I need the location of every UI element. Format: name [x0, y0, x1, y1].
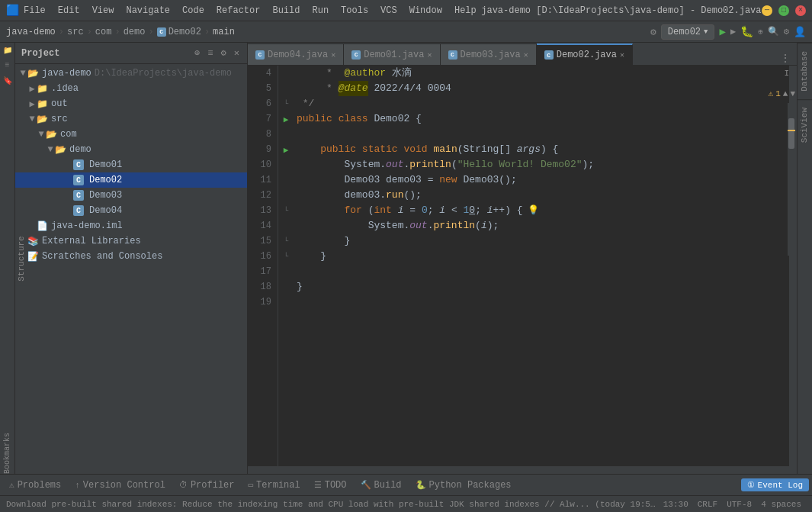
tab-demo01-close[interactable]: ✕ — [427, 50, 432, 60]
problems-tab[interactable]: ⚠ Problems — [3, 476, 67, 494]
tree-item-src[interactable]: ▼ 📂 src — [15, 111, 247, 127]
arrow-up-icon[interactable]: ▲ — [783, 89, 788, 98]
line-num-12: 12 — [248, 188, 271, 203]
menu-vcs[interactable]: VCS — [376, 4, 402, 18]
gutter-empty-10 — [278, 157, 294, 172]
gutter-run-9[interactable]: ▶ — [278, 142, 294, 157]
tab-demo02-close[interactable]: ✕ — [620, 50, 624, 60]
database-tab[interactable]: Database — [798, 43, 812, 99]
gutter-fold-16[interactable]: └ — [278, 249, 294, 264]
code-editor[interactable]: 4 5 6 7 8 9 10 11 12 13 14 15 16 17 18 1… — [248, 66, 789, 466]
tree-label-src: src — [51, 114, 68, 124]
tree-item-idea[interactable]: ▶ 📁 .idea — [15, 81, 247, 96]
run-button[interactable]: ▶ — [719, 25, 725, 38]
build-tab[interactable]: 🔨 Build — [355, 476, 408, 494]
code-content[interactable]: * @author 水滴 * @date 2022/4/4 0004 */ pu… — [294, 66, 789, 466]
menu-help[interactable]: Help — [450, 4, 481, 18]
tab-demo03[interactable]: C Demo03.java ✕ — [441, 43, 537, 65]
close-button[interactable]: × — [795, 5, 806, 16]
nav-demo02[interactable]: C Demo02 — [157, 27, 201, 37]
menu-code[interactable]: Code — [178, 4, 209, 18]
structure-panel-label[interactable]: Structure — [15, 231, 27, 285]
search-icon[interactable]: 🔍 — [768, 26, 779, 37]
encoding-item[interactable]: UTF-8 — [722, 500, 756, 509]
tree-item-scratches[interactable]: ▶ 📝 Scratches and Consoles — [15, 249, 247, 264]
panel-settings-btn[interactable]: ⚙ — [220, 46, 228, 60]
tree-item-demo03[interactable]: ▶ C Demo03 — [15, 188, 247, 203]
hint-bulb-13[interactable]: 💡 — [528, 203, 539, 218]
tree-item-iml[interactable]: ▶ 📄 java-demo.iml — [15, 218, 247, 233]
notifications-icon[interactable]: 👤 — [794, 26, 806, 38]
sp2-9 — [398, 142, 404, 157]
line-num-10: 10 — [248, 157, 271, 172]
nav-com[interactable]: com — [95, 27, 112, 37]
arrow-down-icon[interactable]: ▼ — [790, 89, 795, 98]
project-tool-icon[interactable]: 📁 — [2, 46, 14, 58]
tab-demo04-close[interactable]: ✕ — [331, 50, 335, 60]
panel-close-btn[interactable]: ✕ — [233, 46, 241, 60]
profiler-tab[interactable]: ⏱ Profiler — [173, 476, 241, 494]
run-with-coverage-icon[interactable]: ▶ — [730, 26, 736, 37]
var-i-13: i — [398, 203, 404, 218]
panel-scope-btn[interactable]: ⊕ — [193, 46, 201, 60]
tree-item-demo04[interactable]: ▶ C Demo04 — [15, 203, 247, 218]
tabs-actions[interactable]: ⋮ — [780, 52, 797, 65]
tree-item-demo01[interactable]: ▶ C Demo01 — [15, 157, 247, 172]
demo03-ref-12: demo03 — [344, 188, 380, 203]
tab-demo03-close[interactable]: ✕ — [524, 50, 528, 60]
settings-icon[interactable]: ⚙ — [784, 26, 789, 37]
tab-demo01[interactable]: C Demo01.java ✕ — [344, 43, 440, 65]
horizontal-scrollbar[interactable] — [248, 466, 797, 474]
nav-project[interactable]: java-demo — [6, 27, 56, 37]
debug-button[interactable]: 🐛 — [740, 25, 753, 38]
indent-item[interactable]: 4 spaces — [756, 500, 806, 509]
line-sep-item[interactable]: CRLF — [693, 500, 722, 509]
panel-collapse-btn[interactable]: ≡ — [206, 47, 214, 60]
menu-refactor[interactable]: Refactor — [212, 4, 265, 18]
gutter-fold-13[interactable]: └ — [278, 203, 294, 218]
demo01-tab-icon: C — [351, 50, 361, 60]
tab-demo04[interactable]: C Demo04.java ✕ — [248, 43, 344, 65]
structure-icon[interactable]: ≡ — [2, 61, 14, 73]
tree-item-com[interactable]: ▼ 📂 com — [15, 127, 247, 142]
vertical-scroll[interactable] — [788, 103, 795, 256]
todo-tab[interactable]: ☰ TODO — [308, 476, 353, 494]
more-run-options-icon[interactable]: ⊕ — [758, 27, 763, 37]
search-everywhere-icon[interactable]: ⚙ — [650, 26, 656, 38]
menu-tools[interactable]: Tools — [336, 4, 373, 18]
tree-item-out[interactable]: ▶ 📁 out — [15, 96, 247, 111]
nav-main[interactable]: main — [213, 27, 235, 37]
run-config[interactable]: Demo02 ▼ — [661, 24, 715, 40]
tab-demo02[interactable]: C Demo02.java ✕ — [537, 43, 633, 65]
tree-item-ext-libs[interactable]: ▶ 📚 External Libraries — [15, 233, 247, 249]
tree-item-root[interactable]: ▼ 📂 java-demo D:\IdeaProjects\java-demo — [15, 66, 247, 81]
tree-item-demo[interactable]: ▼ 📂 demo — [15, 142, 247, 157]
nav-src[interactable]: src — [67, 27, 84, 37]
version-control-tab[interactable]: ↑ Version Control — [69, 476, 172, 494]
position-item[interactable]: 13:30 — [659, 500, 693, 509]
gutter-run-7[interactable]: ▶ — [278, 111, 294, 127]
menu-navigate[interactable]: Navigate — [121, 4, 175, 18]
menu-edit[interactable]: Edit — [53, 4, 85, 18]
terminal-tab[interactable]: ▭ Terminal — [242, 476, 306, 494]
menu-file[interactable]: File — [19, 4, 50, 18]
menu-view[interactable]: View — [88, 4, 119, 18]
maximize-button[interactable]: □ — [778, 5, 789, 16]
scroll-thumb[interactable] — [788, 118, 794, 149]
minimize-button[interactable]: ─ — [762, 5, 772, 16]
sciview-tab[interactable]: SciView — [798, 99, 812, 150]
nav-demo[interactable]: demo — [124, 27, 146, 37]
gutter-fold-6[interactable]: └ — [278, 96, 294, 111]
tree-item-demo02[interactable]: ▶ C Demo02 — [15, 172, 247, 188]
num-0-13: 0 — [422, 203, 428, 218]
python-packages-tab[interactable]: 🐍 Python Packages — [409, 476, 518, 494]
bookmarks-icon[interactable]: 🔖 — [2, 76, 14, 89]
bookmarks-label[interactable]: Bookmarks — [3, 427, 11, 474]
kw-new-11: new — [439, 172, 457, 188]
menu-run[interactable]: Run — [307, 4, 333, 18]
menu-build[interactable]: Build — [268, 4, 304, 18]
tabs-more-icon[interactable]: ⋮ — [780, 52, 791, 65]
menu-window[interactable]: Window — [405, 4, 447, 18]
gutter-fold-15[interactable]: └ — [278, 233, 294, 249]
event-log-button[interactable]: ① Event Log — [741, 478, 809, 491]
